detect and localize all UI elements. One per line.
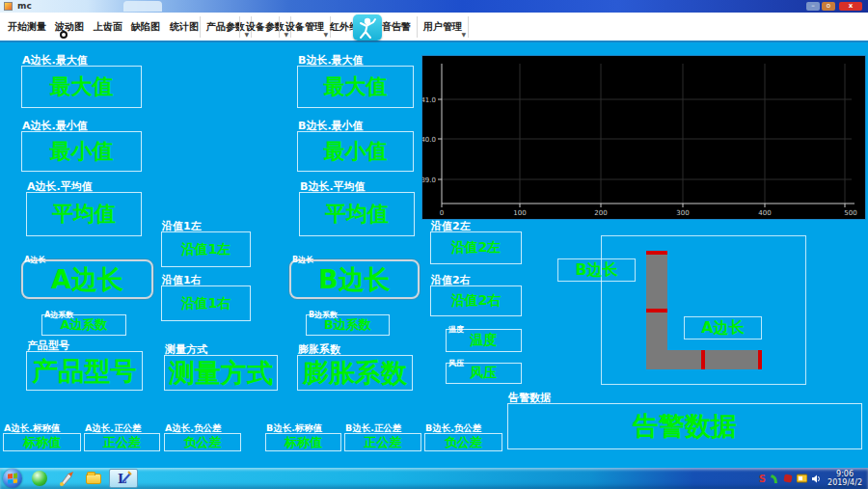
menu-user-manage-label: 用户管理 [423,21,462,32]
taskbar-folder-button[interactable] [81,469,106,488]
close-button[interactable]: x [839,2,862,11]
red-mark-center [701,350,705,369]
red-mark-middle [646,309,667,312]
b-length-box[interactable]: B边长 [289,259,420,299]
field-value: 平均值 [52,200,116,229]
b-max-box[interactable]: 最大值 [297,66,414,108]
tray-green-icon[interactable] [770,474,779,484]
a-pos-tol-box[interactable]: 正公差 [84,433,160,451]
y-axis-labels: 41.0 40.0 39.0 [422,96,436,184]
windows-flag-icon [8,473,17,483]
browser-globe-icon [32,471,47,486]
speaker-icon[interactable] [811,474,822,484]
field-value: 产品型号 [33,354,137,389]
field-b-neg-tol: B边长.负公差 负公差 [424,433,502,451]
field-b-avg: B边长.平均值 平均值 [299,192,415,236]
product-model-box[interactable]: 产品型号 [26,351,143,391]
field-expansion-coef: 膨胀系数 膨胀系数 [297,355,413,391]
field-temperature: 温度 温度 [446,329,522,352]
field-value: 最大值 [324,72,388,101]
field-label: B边系数 [309,310,338,320]
rocket-pen-icon [58,470,75,487]
x-tick: 0 [440,209,444,217]
person-app-icon[interactable] [353,14,382,41]
alarm-data-box[interactable]: 告警数据 [507,403,862,449]
taskbar-active-app-button[interactable]: L [109,469,138,488]
menu-bar: 开始测量 波动图 上齿面 缺陷图 统计图 产品参数 ▼ 设备参数 ▼ 设备管理 … [0,13,868,42]
taskbar-browser-button[interactable] [27,469,52,488]
b-avg-box[interactable]: 平均值 [299,192,415,236]
y-tick: 40.0 [422,136,436,144]
field-alarm-data: 告警数据 告警数据 [507,403,862,449]
field-a-length: A边长 A边长 [21,259,153,299]
trend-chart[interactable]: 41.0 40.0 39.0 0 100 200 300 400 500 [421,55,866,220]
field-air-pressure: 风压 风压 [446,363,522,384]
field-a-coef: A边系数 A边系数 [41,314,126,336]
folder-icon [86,474,101,484]
field-value: 告警数据 [633,409,737,444]
field-value: 测量方式 [169,356,273,391]
expansion-coef-box[interactable]: 膨胀系数 [297,355,413,391]
edge1-right-box[interactable]: 沿值1右 [161,285,251,321]
field-value: 正公差 [103,434,141,451]
measure-mode-box[interactable]: 测量方式 [164,355,278,391]
red-mark-end [758,350,762,369]
field-value: 最小值 [50,137,114,166]
taskbar: L S 9:06 2019/4/2 [0,468,868,489]
start-button[interactable] [3,469,22,488]
field-edge2-right: 沿值2右 沿值2右 [430,285,522,316]
b-neg-tol-box[interactable]: 负公差 [424,433,502,451]
menu-wave-chart[interactable]: 波动图 [55,20,84,34]
a-max-box[interactable]: 最大值 [21,66,142,108]
a-min-box[interactable]: 最小值 [21,131,142,172]
a-avg-box[interactable]: 平均值 [26,192,142,236]
x-tick: 500 [844,209,856,217]
menu-upper-face[interactable]: 上齿面 [94,20,122,34]
a-length-box[interactable]: A边长 [21,259,153,299]
diagram-b-length-label: B边长 [557,258,636,282]
maximize-button[interactable]: o [822,2,835,11]
x-tick: 200 [594,209,607,217]
edge1-left-box[interactable]: 沿值1左 [161,231,251,267]
chevron-down-icon: ▼ [461,24,466,45]
labview-app-icon: L [115,471,132,486]
menu-start-measure[interactable]: 开始测量 [8,20,46,34]
title-bar-tab [123,1,162,12]
x-tick: 100 [513,209,526,217]
taskbar-clock[interactable]: 9:06 2019/4/2 [827,470,862,487]
system-tray: S 9:06 2019/4/2 [757,468,868,489]
field-value: 负公差 [445,434,482,451]
window-title: mc [17,1,32,11]
tray-red-icon[interactable] [783,474,793,483]
field-value: 沿值1右 [181,295,231,312]
red-mark-top [646,251,667,255]
field-product-model: 产品型号 产品型号 [26,351,143,391]
a-nominal-box[interactable]: 标称值 [3,433,81,451]
tray-s-icon[interactable]: S [759,474,766,484]
a-neg-tol-box[interactable]: 负公差 [164,433,241,451]
menu-user-manage[interactable]: 用户管理 ▼ [417,16,469,38]
menu-defect-chart[interactable]: 缺陷图 [131,20,160,34]
app-logo-icon [4,2,13,11]
taskbar-paint-button[interactable] [54,469,79,488]
minimize-button[interactable]: – [806,2,820,11]
title-bar: mc – o x [0,0,868,13]
menu-device-manage[interactable]: 设备管理 ▼ [279,16,331,38]
menu-stats-chart[interactable]: 统计图 [170,20,199,34]
clock-time: 9:06 [827,470,862,478]
tray-window-icon[interactable] [797,474,807,483]
field-value: A边长 [51,262,123,297]
field-b-nominal: B边长.标称值 标称值 [265,433,341,451]
radio-indicator-icon[interactable] [60,31,68,39]
edge2-left-box[interactable]: 沿值2左 [430,231,522,264]
field-value: 沿值2左 [451,239,502,257]
b-pos-tol-box[interactable]: 正公差 [344,433,421,451]
b-min-box[interactable]: 最小值 [297,131,414,172]
b-nominal-box[interactable]: 标称值 [265,433,341,451]
y-tick: 39.0 [422,177,436,184]
field-a-neg-tol: A边长.负公差 负公差 [164,433,241,451]
field-label: 风压 [448,358,464,368]
field-value: B边长 [318,262,391,297]
field-b-coef: B边系数 B边系数 [306,314,390,336]
edge2-right-box[interactable]: 沿值2右 [430,285,522,316]
